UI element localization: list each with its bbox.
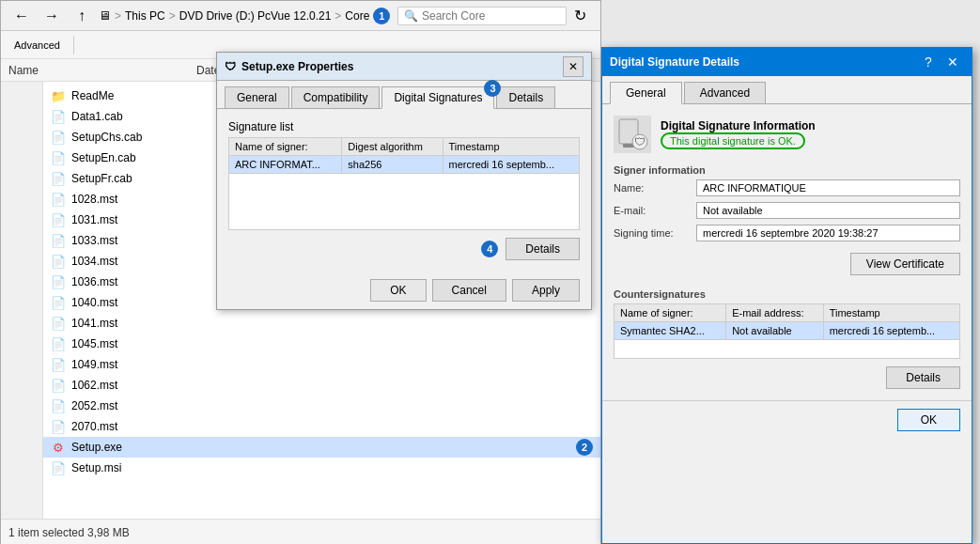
- table-row[interactable]: ARC INFORMAT... sha256 mercredi 16 septe…: [229, 156, 580, 174]
- breadcrumb-dvd[interactable]: DVD Drive (D:) PcVue 12.0.21: [179, 9, 332, 23]
- properties-tabs: General Compatibility Digital Signatures…: [217, 81, 591, 109]
- col-name-header[interactable]: Name: [8, 64, 196, 77]
- countersig-details-button[interactable]: Details: [886, 366, 960, 389]
- sig-col-signer: Name of signer:: [229, 138, 342, 156]
- sidebar: [1, 82, 43, 519]
- tab-digital-signatures[interactable]: Digital Signatures 3: [381, 86, 494, 109]
- up-button[interactable]: ↑: [69, 3, 95, 29]
- search-icon: 🔍: [404, 9, 418, 23]
- list-item-setup-exe[interactable]: ⚙ Setup.exe 2: [43, 437, 600, 458]
- file-icon: 📄: [51, 254, 66, 269]
- list-item[interactable]: 📄 1041.mst: [43, 313, 600, 334]
- file-icon: 📄: [51, 419, 66, 434]
- properties-close-button[interactable]: ✕: [563, 56, 583, 77]
- signing-time-label: Signing time:: [614, 227, 689, 239]
- tab-general[interactable]: General: [225, 86, 289, 108]
- list-item[interactable]: 📄 1045.mst: [43, 334, 600, 354]
- file-icon: 📄: [51, 378, 66, 393]
- file-icon: 📄: [51, 212, 66, 227]
- ok-button[interactable]: OK: [370, 279, 426, 302]
- cs-col-signer: Name of signer:: [614, 304, 726, 322]
- close-button[interactable]: ✕: [941, 51, 964, 73]
- sig-details-ok-button[interactable]: OK: [897, 409, 960, 431]
- forward-button[interactable]: →: [39, 3, 65, 29]
- exe-icon: ⚙: [51, 440, 66, 455]
- list-item[interactable]: 📄 2070.mst: [43, 416, 600, 437]
- file-icon: 📄: [51, 357, 66, 372]
- view-certificate-button[interactable]: View Certificate: [850, 253, 960, 275]
- cs-signer: Symantec SHA2...: [614, 322, 726, 340]
- file-name: 2052.mst: [71, 399, 593, 412]
- breadcrumb-this-pc[interactable]: This PC: [125, 9, 165, 23]
- refresh-button[interactable]: ↻: [567, 3, 593, 29]
- properties-title-text: Setup.exe Properties: [241, 60, 353, 73]
- list-item[interactable]: 📄 2052.mst: [43, 396, 600, 416]
- tab-details[interactable]: Details: [496, 86, 555, 108]
- advanced-button[interactable]: Advanced: [8, 38, 66, 53]
- signing-time-row: Signing time: mercredi 16 septembre 2020…: [614, 225, 960, 241]
- email-label: E-mail:: [614, 205, 689, 216]
- file-icon: 📄: [51, 192, 66, 207]
- file-icon: 📄: [51, 171, 66, 186]
- sig-digest: sha256: [342, 156, 443, 174]
- search-input[interactable]: [422, 9, 563, 23]
- breadcrumb-core[interactable]: Core: [345, 9, 369, 23]
- file-name: 2070.mst: [71, 420, 593, 433]
- file-name: Setup.msi: [71, 461, 593, 474]
- statusbar: 1 item selected 3,98 MB: [1, 519, 600, 544]
- search-box[interactable]: 🔍: [397, 7, 567, 25]
- name-label: Name:: [614, 182, 689, 194]
- email-row: E-mail: Not available: [614, 202, 960, 219]
- file-icon: 📄: [51, 295, 66, 310]
- toolbar-separator: [73, 36, 74, 54]
- status-text: 1 item selected 3,98 MB: [8, 526, 130, 539]
- file-name: 1045.mst: [71, 337, 593, 350]
- sig-details-dialog: Digital Signature Details ? ✕ General Ad…: [601, 47, 972, 544]
- apply-button[interactable]: Apply: [512, 279, 580, 302]
- signature-table: Name of signer: Digest algorithm Timesta…: [228, 137, 580, 230]
- breadcrumb-sep3: >: [334, 9, 341, 23]
- breadcrumb-sep2: >: [169, 9, 176, 23]
- file-icon: 📄: [51, 460, 66, 475]
- sig-list-label: Signature list: [228, 120, 580, 133]
- name-row: Name: ARC INFORMATIQUE: [614, 179, 960, 196]
- list-item[interactable]: 📄 1049.mst: [43, 354, 600, 375]
- sig-col-digest: Digest algorithm: [342, 138, 443, 156]
- breadcrumb-icon: 🖥: [99, 8, 111, 23]
- table-row[interactable]: Symantec SHA2... Not available mercredi …: [614, 322, 960, 340]
- badge-4: 4: [481, 241, 498, 257]
- properties-icon: 🛡: [225, 60, 236, 73]
- countersig-label: Countersignatures: [614, 288, 960, 300]
- sig-details-body: 🛡 Digital Signature Information This dig…: [602, 104, 972, 400]
- signing-time-value: mercredi 16 septembre 2020 19:38:27: [696, 225, 960, 241]
- sig-details-footer: OK: [602, 400, 972, 439]
- sig-info-title: Digital Signature Information: [661, 119, 816, 132]
- breadcrumb-sep1: >: [115, 9, 121, 23]
- tab-compatibility[interactable]: Compatibility: [291, 86, 381, 108]
- file-icon: 📄: [51, 398, 66, 413]
- cs-email: Not available: [726, 322, 824, 340]
- explorer-titlebar: ← → ↑ 🖥 > This PC > DVD Drive (D:) PcVue…: [1, 1, 600, 31]
- help-button[interactable]: ?: [917, 51, 940, 73]
- signer-section-label: Signer information: [614, 164, 960, 176]
- tab-sig-advanced[interactable]: Advanced: [684, 82, 766, 103]
- properties-titlebar: 🛡 Setup.exe Properties ✕: [217, 53, 591, 81]
- list-item[interactable]: 📄 1062.mst: [43, 375, 600, 396]
- sig-details-title-text: Digital Signature Details: [610, 55, 739, 69]
- cs-col-email: E-mail address:: [726, 304, 824, 322]
- file-icon: 📄: [51, 150, 66, 165]
- tab-sig-general[interactable]: General: [610, 82, 682, 104]
- email-value: Not available: [696, 202, 960, 219]
- list-item[interactable]: 📄 Setup.msi: [43, 458, 600, 478]
- sig-info-icon: 🛡: [614, 116, 651, 153]
- properties-dialog: 🛡 Setup.exe Properties ✕ General Compati…: [216, 52, 592, 310]
- cancel-button[interactable]: Cancel: [432, 279, 506, 302]
- sig-col-timestamp: Timestamp: [443, 138, 579, 156]
- file-icon: 📄: [51, 109, 66, 124]
- sig-details-button[interactable]: Details: [506, 238, 580, 260]
- file-icon: 📄: [51, 336, 66, 351]
- file-name-setup-exe: Setup.exe: [71, 441, 570, 454]
- file-icon: 📄: [51, 130, 66, 145]
- folder-icon: 📁: [51, 88, 66, 103]
- back-button[interactable]: ←: [8, 3, 35, 29]
